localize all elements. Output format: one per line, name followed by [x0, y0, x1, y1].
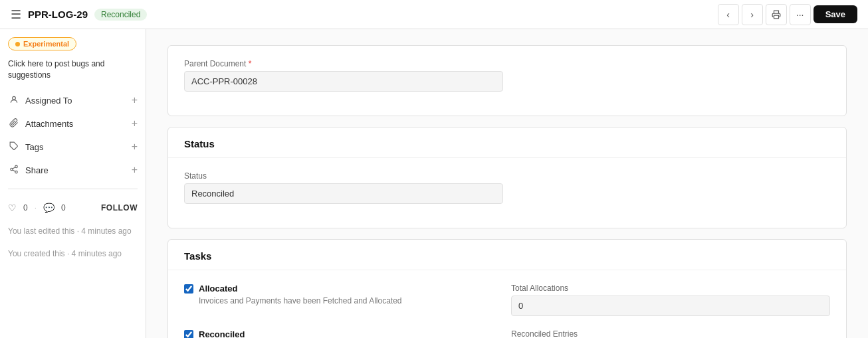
- svg-point-3: [15, 165, 18, 168]
- assigned-to-label: Assigned To: [25, 96, 126, 106]
- topbar: ☰ PPR-LOG-29 Reconciled ‹ › ··· Save: [0, 0, 868, 29]
- more-button[interactable]: ···: [790, 4, 811, 25]
- comment-icon[interactable]: 💬: [43, 203, 54, 213]
- sidebar: Experimental Click here to post bugs and…: [0, 29, 146, 338]
- status-field-value[interactable]: Reconciled: [184, 183, 503, 204]
- task-left-reconciled: Reconciled All allocations have been suc…: [184, 329, 500, 338]
- total-allocations-label: Total Allocations: [511, 284, 830, 293]
- parent-doc-field: Parent Document ACC-PPR-00028: [184, 59, 830, 92]
- svg-point-4: [11, 168, 13, 171]
- parent-doc-card: Parent Document ACC-PPR-00028: [167, 45, 847, 116]
- tasks-card: Tasks Allocated Invoices and Payments ha…: [167, 239, 847, 338]
- experimental-badge: Experimental: [8, 37, 76, 50]
- user-icon: [8, 95, 20, 106]
- created-text: You created this · 4 minutes ago: [0, 244, 146, 264]
- svg-point-1: [13, 96, 16, 100]
- status-badge: Reconciled: [94, 9, 147, 21]
- attachments-label: Attachments: [25, 119, 126, 129]
- content-area: Parent Document ACC-PPR-00028 Status Sta…: [146, 29, 868, 338]
- sidebar-actions-row: ♡ 0 · 💬 0 FOLLOW: [0, 197, 146, 218]
- sidebar-item-assigned-to[interactable]: Assigned To +: [0, 90, 146, 111]
- save-button[interactable]: Save: [814, 5, 857, 23]
- task-checkbox-reconciled[interactable]: [184, 330, 193, 339]
- svg-point-5: [15, 171, 18, 173]
- attachment-icon: [8, 118, 20, 129]
- reconciled-entries-label: Reconciled Entries: [511, 329, 830, 338]
- total-allocations-value: 0: [511, 296, 830, 316]
- status-card-inner: Status Reconciled: [168, 158, 846, 228]
- tag-icon: [8, 141, 20, 153]
- prev-button[interactable]: ‹: [718, 4, 739, 25]
- svg-rect-0: [774, 15, 778, 19]
- parent-doc-label: Parent Document: [184, 59, 830, 68]
- parent-doc-inner: Parent Document ACC-PPR-00028: [168, 46, 846, 116]
- task-left-allocated: Allocated Invoices and Payments have bee…: [184, 284, 500, 305]
- share-icon: [8, 165, 20, 176]
- task-right-reconciled: Reconciled Entries 0: [511, 329, 830, 338]
- tags-label: Tags: [25, 142, 126, 152]
- parent-doc-value[interactable]: ACC-PPR-00028: [184, 71, 503, 92]
- page-title: PPR-LOG-29: [28, 9, 88, 20]
- comments-count: 0: [61, 203, 66, 212]
- last-edited-text: You last edited this · 4 minutes ago: [0, 221, 146, 241]
- topbar-actions: ‹ › ··· Save: [718, 4, 857, 25]
- bug-report-link[interactable]: Click here to post bugs and suggestions: [0, 58, 146, 88]
- assigned-to-add-icon[interactable]: +: [132, 95, 138, 106]
- svg-line-6: [13, 169, 15, 171]
- share-label: Share: [25, 165, 126, 175]
- print-button[interactable]: [766, 4, 787, 25]
- share-add-icon[interactable]: +: [132, 165, 138, 175]
- status-card: Status Status Reconciled: [167, 127, 847, 228]
- task-label-reconciled: Reconciled: [199, 329, 245, 338]
- svg-line-7: [13, 167, 15, 168]
- main-layout: Experimental Click here to post bugs and…: [0, 29, 868, 338]
- sidebar-item-tags[interactable]: Tags +: [0, 137, 146, 157]
- next-button[interactable]: ›: [742, 4, 763, 25]
- sidebar-item-attachments[interactable]: Attachments +: [0, 114, 146, 134]
- status-field: Status Reconciled: [184, 171, 830, 204]
- likes-count: 0: [23, 203, 28, 212]
- sidebar-divider: [8, 189, 138, 189]
- task-check-row-allocated: Allocated: [184, 284, 500, 294]
- task-label-allocated: Allocated: [199, 284, 238, 294]
- task-desc-allocated: Invoices and Payments have been Fetched …: [199, 296, 500, 305]
- tasks-section-title: Tasks: [168, 240, 846, 270]
- task-checkbox-allocated[interactable]: [184, 284, 193, 294]
- status-section-title: Status: [168, 127, 846, 158]
- sidebar-item-share[interactable]: Share +: [0, 160, 146, 181]
- task-row-reconciled: Reconciled All allocations have been suc…: [184, 329, 830, 338]
- tasks-section: Allocated Invoices and Payments have bee…: [168, 270, 846, 338]
- experimental-dot: [15, 42, 20, 46]
- task-right-allocated: Total Allocations 0: [511, 284, 830, 316]
- attachments-add-icon[interactable]: +: [132, 118, 138, 129]
- tags-add-icon[interactable]: +: [132, 141, 138, 152]
- follow-button[interactable]: FOLLOW: [101, 203, 138, 212]
- like-icon[interactable]: ♡: [8, 203, 17, 213]
- task-row-allocated: Allocated Invoices and Payments have bee…: [184, 284, 830, 316]
- task-check-row-reconciled: Reconciled: [184, 329, 500, 338]
- menu-icon[interactable]: ☰: [11, 7, 21, 22]
- status-field-label: Status: [184, 171, 830, 181]
